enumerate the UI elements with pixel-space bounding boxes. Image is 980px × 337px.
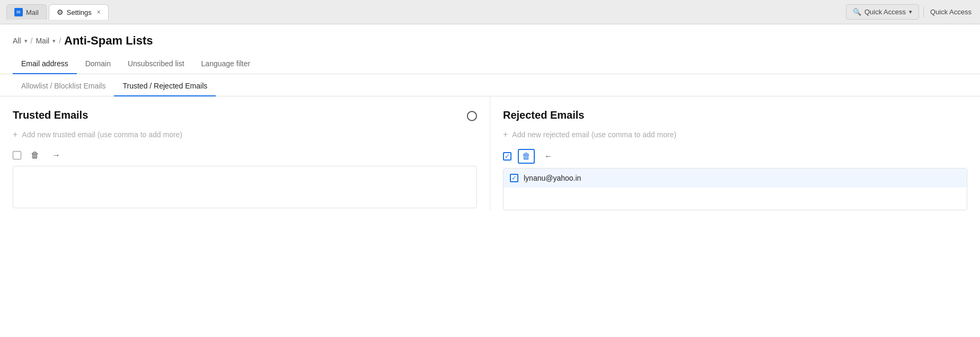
rejected-email-row: ✓ lynanu@yahoo.in: [504, 169, 967, 188]
rejected-email-checkbox[interactable]: ✓: [510, 174, 518, 182]
breadcrumb: All ▾ / Mail ▾ / Anti-Spam Lists: [0, 24, 980, 54]
trusted-add-row[interactable]: + Add new trusted email (use comma to ad…: [13, 121, 477, 144]
quick-access-button[interactable]: 🔍 Quick Access ▾: [846, 4, 919, 20]
tab-mail[interactable]: Mail: [6, 4, 47, 20]
tab-bar: Mail ⚙ Settings ×: [6, 4, 109, 20]
quick-access-btn-label: Quick Access: [864, 8, 906, 16]
trusted-email-list: [13, 166, 477, 208]
tab-domain[interactable]: Domain: [77, 54, 119, 74]
tab-trusted-rejected[interactable]: Trusted / Rejected Emails: [114, 76, 216, 96]
tab-language-filter[interactable]: Language filter: [193, 54, 259, 74]
tab-settings[interactable]: ⚙ Settings ×: [49, 4, 109, 20]
quick-access-plain-label[interactable]: Quick Access: [928, 5, 974, 19]
trusted-panel: Trusted Emails ◯ + Add new trusted email…: [0, 96, 490, 210]
breadcrumb-sep1: /: [31, 37, 33, 45]
panels-container: Trusted Emails ◯ + Add new trusted email…: [0, 96, 980, 210]
rejected-add-row[interactable]: + Add new rejected email (use comma to a…: [503, 121, 967, 144]
mail-icon: [14, 8, 23, 16]
rejected-plus-icon: +: [503, 130, 508, 139]
rejected-delete-button[interactable]: 🗑: [518, 149, 535, 164]
trusted-arrow-right-icon[interactable]: →: [49, 149, 64, 162]
rejected-add-label: Add new rejected email (use comma to add…: [512, 130, 676, 139]
primary-tabs: Email address Domain Unsubscribed list L…: [0, 54, 980, 74]
page-title: Anti-Spam Lists: [64, 34, 153, 48]
rejected-email-address: lynanu@yahoo.in: [524, 174, 581, 182]
trusted-delete-button[interactable]: 🗑: [28, 149, 42, 162]
trusted-plus-icon: +: [13, 130, 17, 139]
main-content: All ▾ / Mail ▾ / Anti-Spam Lists Email a…: [0, 24, 980, 337]
breadcrumb-mail[interactable]: Mail: [36, 37, 49, 45]
chevron-icon2: ▾: [52, 38, 56, 45]
close-tab-icon[interactable]: ×: [97, 8, 101, 16]
trusted-add-label: Add new trusted email (use comma to add …: [22, 130, 182, 139]
trusted-panel-title: Trusted Emails ◯: [13, 109, 477, 121]
chevron-down-icon: ▾: [909, 8, 912, 15]
tab-allowlist-blocklist[interactable]: Allowlist / Blocklist Emails: [13, 76, 114, 96]
rejected-arrow-left-icon[interactable]: ←: [541, 150, 556, 163]
rejected-select-all-checkbox[interactable]: ✓: [503, 152, 511, 161]
settings-icon: ⚙: [57, 8, 64, 16]
trusted-toolbar: 🗑 →: [13, 144, 477, 166]
vertical-divider: [923, 7, 924, 17]
rejected-email-list: ✓ lynanu@yahoo.in: [503, 168, 967, 210]
rejected-panel: Rejected Emails + Add new rejected email…: [490, 96, 980, 210]
quick-access-area: 🔍 Quick Access ▾ Quick Access: [846, 4, 974, 20]
breadcrumb-all[interactable]: All: [13, 37, 21, 45]
secondary-tabs: Allowlist / Blocklist Emails Trusted / R…: [0, 76, 980, 96]
chevron-icon: ▾: [24, 38, 28, 45]
trusted-select-all-checkbox[interactable]: [13, 151, 21, 159]
trusted-search-icon[interactable]: ◯: [466, 110, 477, 121]
top-bar: Mail ⚙ Settings × 🔍 Quick Access ▾ Quick…: [0, 0, 980, 24]
tab-unsubscribed-list[interactable]: Unsubscribed list: [119, 54, 193, 74]
search-icon: 🔍: [853, 8, 861, 16]
breadcrumb-sep2: /: [59, 37, 61, 45]
rejected-toolbar: ✓ 🗑 ←: [503, 144, 967, 168]
rejected-panel-title: Rejected Emails: [503, 109, 967, 121]
settings-tab-label: Settings: [67, 8, 92, 16]
tab-email-address[interactable]: Email address: [13, 54, 77, 74]
mail-tab-label: Mail: [26, 8, 39, 16]
